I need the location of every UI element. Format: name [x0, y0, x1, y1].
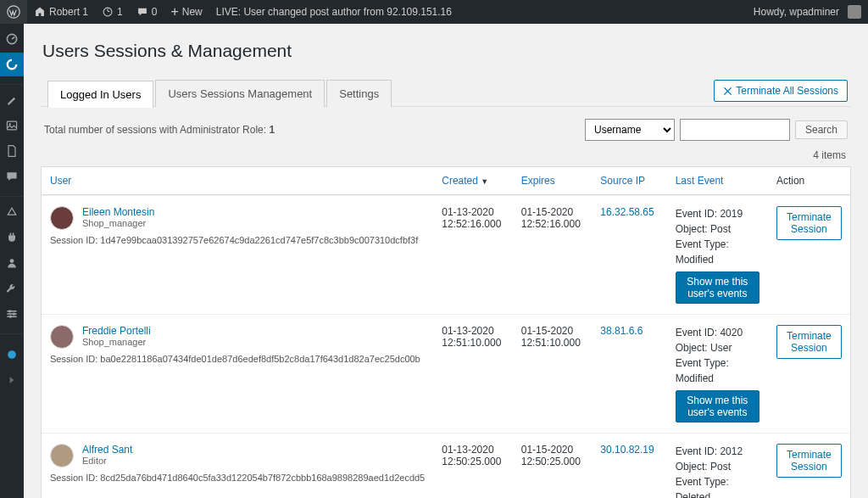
event-info: Event ID: 4020 Object: User Event Type: …	[676, 325, 760, 386]
tab-sessions-management[interactable]: Users Sessions Management	[155, 80, 325, 107]
content-area: Users Sessions & Management Logged In Us…	[24, 24, 868, 498]
show-events-button[interactable]: Show me this user's events	[676, 271, 760, 304]
menu-separator	[0, 80, 24, 85]
table-row: Alfred Sant Editor Session ID: 8cd25da76…	[42, 433, 850, 498]
svg-point-10	[9, 316, 12, 318]
menu-extra[interactable]	[0, 343, 24, 367]
menu-separator	[0, 192, 24, 197]
search-input[interactable]	[680, 119, 790, 141]
created-cell: 01-13-202012:51:10.000	[433, 314, 513, 433]
tab-logged-in-users[interactable]: Logged In Users	[47, 81, 153, 108]
menu-plugins[interactable]	[0, 226, 24, 249]
session-id: Session ID: 8cd25da76bd471d8640c5fa33d12…	[50, 473, 425, 483]
user-role: Shop_manager	[82, 337, 151, 347]
avatar-icon	[848, 5, 861, 19]
svg-point-4	[10, 259, 14, 263]
event-info: Event ID: 2012 Object: Post Event Type: …	[676, 444, 760, 498]
avatar	[50, 206, 74, 230]
terminate-session-button[interactable]: Terminate Session	[776, 444, 842, 478]
menu-posts[interactable]	[0, 88, 24, 112]
menu-users[interactable]	[0, 251, 24, 275]
show-events-button[interactable]: Show me this user's events	[676, 390, 760, 422]
terminate-session-button[interactable]: Terminate Session	[776, 325, 842, 359]
avatar	[50, 444, 74, 467]
menu-dashboard[interactable]	[0, 27, 24, 51]
page-title: Users Sessions & Management	[42, 41, 851, 61]
close-icon	[723, 87, 732, 96]
summary-text: Total number of sessions with Administra…	[44, 124, 275, 136]
avatar	[50, 325, 74, 349]
table-row: Eileen Montesin Shop_manager Session ID:…	[42, 195, 850, 314]
comments[interactable]: 0	[130, 0, 164, 24]
tab-bar: Logged In Users Users Sessions Managemen…	[41, 73, 392, 107]
admin-toolbar: Robert 1 1 0 +New LIVE: User changed pos…	[0, 0, 868, 24]
th-user[interactable]: User	[42, 167, 433, 195]
session-id: Session ID: 1d47e99bcaa031392757e62674c9…	[50, 235, 425, 245]
source-ip-link[interactable]: 38.81.6.6	[600, 325, 643, 337]
live-notice[interactable]: LIVE: User changed post author from 92.1…	[209, 0, 459, 24]
user-role: Shop_manager	[82, 218, 154, 228]
menu-pages[interactable]	[0, 139, 24, 163]
items-count: 4 items	[41, 146, 851, 166]
sessions-table: User Created ▼ Expires Source IP Last Ev…	[41, 166, 851, 498]
source-ip-link[interactable]: 30.10.82.19	[600, 444, 654, 456]
user-name-link[interactable]: Eileen Montesin	[82, 206, 154, 218]
user-role: Editor	[82, 456, 132, 466]
event-info: Event ID: 2019 Object: Post Event Type: …	[676, 206, 760, 267]
filter-select[interactable]: Username	[585, 119, 675, 141]
menu-media[interactable]	[0, 114, 24, 137]
menu-separator	[0, 329, 24, 334]
admin-sidebar	[0, 24, 24, 498]
user-name-link[interactable]: Alfred Sant	[82, 444, 132, 456]
svg-point-9	[13, 312, 15, 315]
table-row: Freddie Portelli Shop_manager Session ID…	[42, 314, 850, 433]
th-created[interactable]: Created ▼	[433, 167, 513, 195]
th-last-event[interactable]: Last Event	[667, 167, 768, 195]
site-name[interactable]: Robert 1	[27, 0, 95, 24]
th-source[interactable]: Source IP	[592, 167, 666, 195]
menu-comments[interactable]	[0, 165, 24, 188]
my-account[interactable]: Howdy, wpadminer	[747, 0, 868, 24]
svg-rect-2	[7, 121, 16, 130]
created-cell: 01-13-202012:50:25.000	[433, 433, 513, 498]
menu-activity-log[interactable]	[0, 53, 24, 76]
source-ip-link[interactable]: 16.32.58.65	[600, 206, 654, 218]
expires-cell: 01-15-202012:51:10.000	[513, 314, 593, 433]
th-expires[interactable]: Expires	[513, 167, 593, 195]
search-button[interactable]: Search	[795, 120, 848, 139]
menu-settings[interactable]	[0, 302, 24, 326]
tab-settings[interactable]: Settings	[326, 80, 392, 107]
created-cell: 01-13-202012:52:16.000	[433, 195, 513, 314]
session-id: Session ID: ba0e2281186a07434fde01de87d6…	[50, 354, 425, 364]
sort-desc-icon: ▼	[481, 177, 488, 186]
new-content[interactable]: +New	[164, 0, 209, 24]
th-action: Action	[768, 167, 850, 195]
svg-point-8	[8, 310, 11, 312]
menu-tools[interactable]	[0, 277, 24, 300]
wp-logo[interactable]	[0, 0, 27, 24]
menu-appearance[interactable]	[0, 200, 24, 224]
collapse-menu[interactable]	[0, 368, 24, 392]
terminate-session-button[interactable]: Terminate Session	[776, 206, 842, 240]
terminate-all-button[interactable]: Terminate All Sessions	[714, 80, 848, 102]
expires-cell: 01-15-202012:52:16.000	[513, 195, 593, 314]
updates[interactable]: 1	[95, 0, 130, 24]
svg-point-11	[8, 350, 16, 359]
expires-cell: 01-15-202012:50:25.000	[513, 433, 593, 498]
user-name-link[interactable]: Freddie Portelli	[82, 325, 151, 337]
